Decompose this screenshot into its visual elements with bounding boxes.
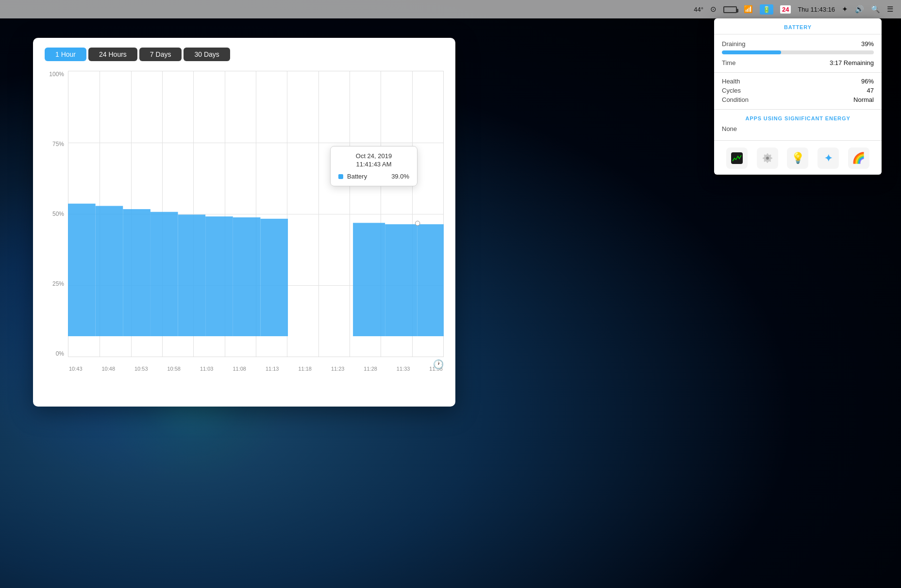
y-label-50: 50%: [52, 211, 64, 217]
y-label-75: 75%: [52, 141, 64, 147]
battery-progress-fill: [722, 50, 781, 54]
calendar-icon: 24: [780, 5, 791, 14]
svg-point-13: [415, 221, 419, 226]
svg-rect-7: [205, 216, 233, 336]
x-label-1133: 11:33: [397, 366, 410, 372]
battery-bar-icon: [723, 6, 737, 13]
btn-1-hour[interactable]: 1 Hour: [45, 48, 86, 61]
panel-divider-2: [714, 72, 882, 73]
menu-bar: 44° ⊙ 📶 🔋 24 Thu 11:43:16 ✦ 🔊 🔍 ☰: [0, 0, 901, 18]
chart-main: 10:43 10:48 10:53 10:58 11:03 11:08 11:1…: [68, 71, 444, 372]
btn-24-hours[interactable]: 24 Hours: [88, 48, 137, 61]
draining-label: Draining: [722, 40, 745, 48]
battery-chart-svg: [68, 71, 444, 336]
battery-progress-bar: [722, 50, 874, 54]
bluetooth-icon: ✦: [842, 5, 848, 14]
svg-rect-11: [385, 224, 417, 336]
tooltip-time: 11:41:43 AM: [338, 161, 409, 168]
chart-tooltip: Oct 24, 2019 11:41:43 AM Battery 39.0%: [330, 146, 417, 186]
svg-rect-9: [260, 219, 288, 337]
usage-icon[interactable]: 🌈: [848, 147, 869, 169]
datetime-display: Thu 11:43:16: [798, 6, 835, 13]
tooltip-battery-value: 39.0%: [391, 173, 409, 180]
draining-value: 39%: [861, 40, 874, 48]
time-label: Time: [722, 59, 735, 66]
x-label-1043: 10:43: [69, 366, 83, 372]
search-icon[interactable]: 🔍: [871, 5, 880, 14]
condition-label: Condition: [722, 96, 749, 103]
tooltip-battery-row: Battery 39.0%: [338, 173, 409, 180]
time-row: Time 3:17 Remaining: [714, 58, 882, 67]
panel-divider-4: [714, 140, 882, 141]
svg-rect-10: [353, 223, 385, 336]
apps-header: APPS USING SIGNIFICANT ENERGY: [714, 114, 882, 124]
svg-rect-8: [233, 217, 261, 336]
svg-rect-2: [68, 204, 96, 337]
tooltip-battery-dot: [338, 174, 343, 179]
chart-area: 100% 75% 50% 25% 0%: [45, 71, 444, 372]
y-label-0: 0%: [56, 350, 64, 357]
x-label-1058: 10:58: [167, 366, 181, 372]
condition-value: Normal: [853, 96, 874, 103]
bottom-icons-row: 💡 ✦ 🌈: [714, 146, 882, 169]
x-label-1053: 10:53: [134, 366, 148, 372]
x-label-1108: 11:08: [233, 366, 246, 372]
bulb-icon[interactable]: 💡: [787, 147, 808, 169]
y-label-25: 25%: [52, 280, 64, 287]
menu-icon[interactable]: ☰: [887, 5, 893, 14]
health-label: Health: [722, 78, 740, 85]
cycles-value: 47: [867, 87, 874, 94]
battery-panel: BATTERY Draining 39% Time 3:17 Remaining…: [714, 18, 882, 175]
svg-rect-5: [150, 212, 178, 337]
cycles-label: Cycles: [722, 87, 741, 94]
tooltip-date: Oct 24, 2019: [338, 152, 409, 160]
bluetooth-settings-icon[interactable]: ✦: [818, 147, 839, 169]
y-label-100: 100%: [49, 71, 64, 78]
cycles-row: Cycles 47: [714, 86, 882, 95]
time-value: 3:17 Remaining: [830, 59, 874, 66]
x-label-1048: 10:48: [101, 366, 115, 372]
chart-window: 1 Hour 24 Hours 7 Days 30 Days 100% 75% …: [33, 38, 455, 407]
health-row: Health 96%: [714, 77, 882, 86]
activity-monitor-icon[interactable]: [726, 147, 748, 169]
x-label-1123: 11:23: [331, 366, 345, 372]
chart-y-axis: 100% 75% 50% 25% 0%: [45, 71, 68, 372]
svg-rect-3: [96, 206, 123, 336]
panel-divider-3: [714, 109, 882, 110]
btn-7-days[interactable]: 7 Days: [139, 48, 182, 61]
x-label-1128: 11:28: [364, 366, 377, 372]
condition-row: Condition Normal: [714, 95, 882, 104]
tooltip-battery-label: Battery: [347, 173, 367, 180]
battery-status-icon[interactable]: 🔋: [760, 4, 773, 15]
draining-row: Draining 39%: [714, 39, 882, 49]
apps-none: None: [714, 124, 882, 137]
health-value: 96%: [861, 78, 874, 85]
volume-icon: 🔊: [855, 5, 864, 14]
svg-rect-4: [123, 209, 150, 336]
panel-divider-1: [714, 34, 882, 34]
battery-panel-title: BATTERY: [714, 18, 882, 34]
temperature-display: 44°: [694, 6, 703, 13]
clock-icon: 🕐: [433, 359, 444, 370]
x-label-1118: 11:18: [298, 366, 312, 372]
svg-rect-12: [417, 224, 444, 336]
wifi-icon: 📶: [744, 5, 753, 14]
x-label-1103: 11:03: [200, 366, 214, 372]
x-label-1113: 11:13: [266, 366, 279, 372]
time-range-buttons: 1 Hour 24 Hours 7 Days 30 Days: [45, 48, 444, 61]
target-icon: ⊙: [710, 5, 717, 14]
chart-x-labels: 10:43 10:48 10:53 10:58 11:03 11:08 11:1…: [68, 357, 444, 372]
svg-rect-6: [178, 214, 206, 336]
btn-30-days[interactable]: 30 Days: [184, 48, 230, 61]
system-preferences-icon[interactable]: [757, 147, 778, 169]
